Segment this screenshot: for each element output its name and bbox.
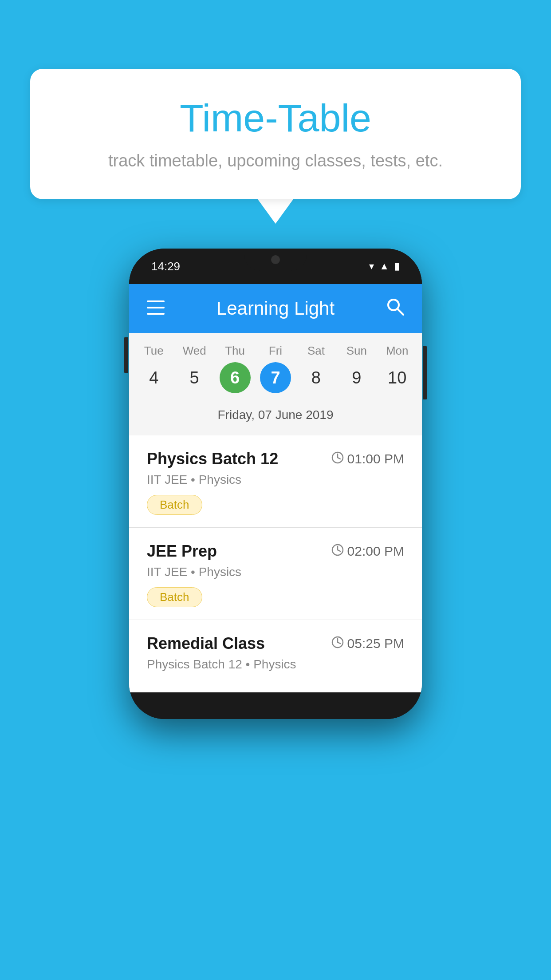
- calendar-day-9[interactable]: Sun9: [339, 344, 374, 393]
- schedule-item-header: JEE Prep02:00 PM: [147, 542, 404, 561]
- schedule-item-time: 01:00 PM: [331, 451, 404, 467]
- signal-icon: ▲: [379, 261, 389, 272]
- status-bar: 14:29 ▾ ▲ ▮: [129, 249, 422, 284]
- schedule-item-time: 02:00 PM: [331, 544, 404, 559]
- phone-notch: [244, 249, 307, 271]
- status-time: 14:29: [151, 260, 180, 273]
- calendar-day-8[interactable]: Sat8: [298, 344, 334, 393]
- calendar-day-7[interactable]: Fri7: [258, 344, 293, 393]
- svg-rect-1: [147, 307, 165, 308]
- bubble-title: Time-Table: [57, 95, 494, 141]
- schedule-list: Physics Batch 1201:00 PMIIT JEE • Physic…: [129, 435, 422, 692]
- svg-line-4: [398, 309, 403, 315]
- days-row: Tue4Wed5Thu6Fri7Sat8Sun9Mon10: [134, 344, 417, 393]
- schedule-item-title: Remedial Class: [147, 634, 265, 653]
- schedule-item-subtitle: Physics Batch 12 • Physics: [147, 657, 404, 672]
- day-number[interactable]: 10: [382, 362, 413, 393]
- schedule-item-header: Remedial Class05:25 PM: [147, 634, 404, 653]
- day-label: Fri: [269, 344, 282, 358]
- speech-bubble-section: Time-Table track timetable, upcoming cla…: [30, 69, 521, 224]
- clock-icon: [331, 636, 344, 652]
- schedule-item-time: 05:25 PM: [331, 636, 404, 652]
- day-label: Wed: [183, 344, 206, 358]
- day-number[interactable]: 9: [341, 362, 372, 393]
- day-label: Tue: [144, 344, 164, 358]
- batch-badge: Batch: [147, 495, 202, 515]
- day-number[interactable]: 4: [138, 362, 169, 393]
- batch-badge: Batch: [147, 587, 202, 607]
- day-label: Sun: [346, 344, 367, 358]
- bubble-arrow: [258, 199, 293, 224]
- day-number[interactable]: 5: [179, 362, 210, 393]
- calendar-day-4[interactable]: Tue4: [136, 344, 172, 393]
- svg-line-7: [338, 458, 340, 459]
- hamburger-menu-icon[interactable]: [147, 299, 165, 319]
- svg-rect-0: [147, 300, 165, 302]
- phone-volume-button: [124, 337, 128, 373]
- day-number[interactable]: 7: [260, 362, 291, 393]
- app-header: Learning Light: [129, 284, 422, 333]
- phone-frame: 14:29 ▾ ▲ ▮: [129, 249, 422, 719]
- selected-date-label: Friday, 07 June 2019: [134, 401, 417, 431]
- phone-mockup: 14:29 ▾ ▲ ▮: [129, 249, 422, 719]
- svg-line-10: [338, 550, 340, 551]
- day-label: Mon: [386, 344, 409, 358]
- schedule-item-title: Physics Batch 12: [147, 450, 278, 468]
- schedule-item-header: Physics Batch 1201:00 PM: [147, 450, 404, 468]
- front-camera: [271, 255, 280, 264]
- day-label: Sat: [307, 344, 325, 358]
- bubble-subtitle: track timetable, upcoming classes, tests…: [57, 151, 494, 170]
- schedule-item-subtitle: IIT JEE • Physics: [147, 473, 404, 487]
- calendar-day-5[interactable]: Wed5: [177, 344, 212, 393]
- schedule-item-subtitle: IIT JEE • Physics: [147, 565, 404, 579]
- schedule-item-title: JEE Prep: [147, 542, 217, 561]
- status-icons: ▾ ▲ ▮: [369, 261, 400, 272]
- search-icon[interactable]: [386, 298, 404, 320]
- svg-line-13: [338, 642, 340, 644]
- day-number[interactable]: 8: [300, 362, 331, 393]
- phone-bottom-bar: [129, 692, 422, 719]
- battery-icon: ▮: [394, 261, 400, 272]
- calendar-day-6[interactable]: Thu6: [217, 344, 253, 393]
- clock-icon: [331, 544, 344, 559]
- calendar-day-10[interactable]: Mon10: [379, 344, 415, 393]
- speech-bubble-card: Time-Table track timetable, upcoming cla…: [30, 69, 521, 199]
- phone-power-button: [423, 346, 427, 399]
- schedule-item-1[interactable]: JEE Prep02:00 PMIIT JEE • PhysicsBatch: [129, 528, 422, 620]
- calendar-strip: Tue4Wed5Thu6Fri7Sat8Sun9Mon10 Friday, 07…: [129, 333, 422, 435]
- day-label: Thu: [225, 344, 245, 358]
- schedule-item-2[interactable]: Remedial Class05:25 PMPhysics Batch 12 •…: [129, 620, 422, 692]
- wifi-icon: ▾: [369, 261, 374, 272]
- clock-icon: [331, 451, 344, 467]
- app-title: Learning Light: [216, 298, 335, 319]
- schedule-item-0[interactable]: Physics Batch 1201:00 PMIIT JEE • Physic…: [129, 435, 422, 528]
- day-number[interactable]: 6: [220, 362, 251, 393]
- svg-rect-2: [147, 313, 165, 315]
